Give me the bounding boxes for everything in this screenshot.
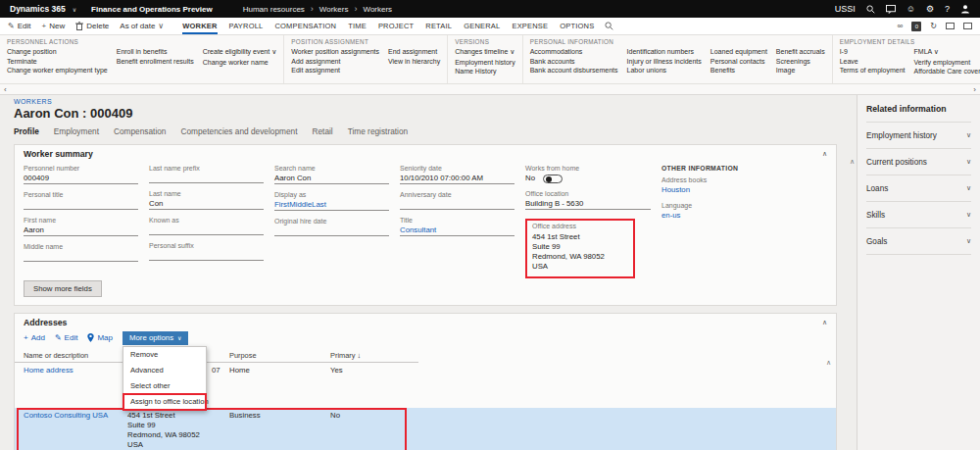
company-picker[interactable]: USSI xyxy=(835,4,856,14)
open-in-new-window-icon[interactable] xyxy=(946,23,955,29)
address-books-field[interactable]: Houston xyxy=(662,185,799,195)
delete-button[interactable]: Delete xyxy=(75,22,109,30)
edit-button[interactable]: ✎ Edit xyxy=(8,22,31,30)
first-name-field[interactable]: Aaron xyxy=(24,225,138,236)
language-field[interactable]: en-us xyxy=(662,211,799,221)
tab-compensation[interactable]: Compensation xyxy=(114,126,167,138)
add-address-button[interactable]: + Add xyxy=(24,333,45,342)
ribbon-item-benefit-accruals[interactable]: Benefit accruals xyxy=(776,48,825,55)
menu-tab-payroll[interactable]: PAYROLL xyxy=(229,19,264,34)
help-icon[interactable]: ? xyxy=(945,4,950,14)
breadcrumb-area[interactable]: Workers xyxy=(319,5,349,14)
related-item-skills[interactable]: Skills∨ xyxy=(866,202,971,228)
feedback-smiley-icon[interactable]: ☺ xyxy=(906,4,915,14)
ribbon-item-benefits[interactable]: Benefits xyxy=(710,67,767,74)
related-item-employment-history[interactable]: Employment history∨ xyxy=(866,123,971,149)
ribbon-item-fmla[interactable]: FMLA ∨ xyxy=(914,48,980,56)
full-screen-icon[interactable] xyxy=(963,23,972,29)
menu-tab-expense[interactable]: EXPENSE xyxy=(512,19,548,34)
works-from-home-toggle[interactable] xyxy=(543,175,563,183)
column-header-purpose[interactable]: Purpose xyxy=(229,351,330,360)
map-button[interactable]: Map xyxy=(87,333,113,342)
collapse-section-icon[interactable]: ∧ xyxy=(822,319,827,326)
last-name-field[interactable]: Con xyxy=(149,199,264,210)
ribbon-item-i9[interactable]: I-9 xyxy=(840,48,906,55)
ribbon-item-bank-account-disbursements[interactable]: Bank account disbursements xyxy=(530,67,618,74)
ribbon-item-verify-employment[interactable]: Verify employment xyxy=(914,59,980,66)
original-hire-date-field[interactable] xyxy=(274,226,389,236)
ribbon-item-add-assignment[interactable]: Add assignment xyxy=(291,58,379,65)
ribbon-item-change-worker-name[interactable]: Change worker name xyxy=(203,59,277,66)
edit-address-button[interactable]: ✎ Edit xyxy=(55,333,78,342)
ribbon-item-create-eligibility-event[interactable]: Create eligibility event ∨ xyxy=(203,48,277,56)
tab-retail[interactable]: Retail xyxy=(312,126,332,138)
search-icon[interactable] xyxy=(866,5,875,14)
ribbon-item-benefit-enrollment-results[interactable]: Benefit enrollment results xyxy=(117,58,194,65)
product-name[interactable]: Finance and Operations Preview xyxy=(91,5,213,14)
new-button[interactable]: + New xyxy=(42,22,66,30)
ribbon-item-change-position[interactable]: Change position xyxy=(7,48,108,55)
related-item-goals[interactable]: Goals∨ xyxy=(866,228,971,255)
menu-tab-project[interactable]: PROJECT xyxy=(378,19,414,34)
ribbon-item-personal-contacts[interactable]: Personal contacts xyxy=(710,58,767,65)
ribbon-item-enroll-in-benefits[interactable]: Enroll in benefits xyxy=(117,48,194,55)
menu-item-remove[interactable]: Remove xyxy=(123,347,206,363)
scroll-right-icon[interactable]: › xyxy=(973,85,976,94)
display-as-field[interactable]: FirstMiddleLast xyxy=(274,200,389,211)
tab-employment[interactable]: Employment xyxy=(54,126,99,138)
workers-list-link[interactable]: WORKERS xyxy=(14,98,845,105)
column-header-name[interactable]: Name or description xyxy=(24,351,127,360)
more-options-button[interactable]: More options ∨ xyxy=(122,331,188,345)
menu-tab-time[interactable]: TIME xyxy=(348,19,367,34)
copy-link-icon[interactable]: ∞ xyxy=(898,22,904,30)
menu-tab-worker[interactable]: WORKER xyxy=(182,19,217,34)
breadcrumb-page[interactable]: Workers xyxy=(363,5,392,14)
ribbon-item-screenings[interactable]: Screenings xyxy=(776,58,825,65)
menu-item-select-other[interactable]: Select other xyxy=(123,378,206,394)
ribbon-item-edit-assignment[interactable]: Edit assignment xyxy=(291,67,379,74)
column-header-primary[interactable]: Primary ↓ xyxy=(330,351,361,360)
ribbon-item-injury-or-illness-incidents[interactable]: Injury or illness incidents xyxy=(627,58,702,65)
ribbon-item-loaned-equipment[interactable]: Loaned equipment xyxy=(710,48,767,55)
attachments-count-badge[interactable]: 0 xyxy=(911,22,921,31)
personal-title-field[interactable] xyxy=(24,200,138,210)
ribbon-item-name-history[interactable]: Name History xyxy=(455,68,514,75)
ribbon-item-affordable-care-coverage[interactable]: Affordable Care coverage xyxy=(914,68,980,75)
ribbon-item-labor-unions[interactable]: Labor unions xyxy=(627,67,702,74)
ribbon-item-leave[interactable]: Leave xyxy=(840,58,906,65)
ribbon-item-change-worker-employment-type[interactable]: Change worker employment type xyxy=(7,67,108,74)
ribbon-item-terminate[interactable]: Terminate xyxy=(7,58,108,65)
ribbon-item-terms-of-employment[interactable]: Terms of employment xyxy=(840,67,906,74)
menu-tab-general[interactable]: GENERAL xyxy=(464,19,500,34)
known-as-field[interactable] xyxy=(149,225,264,235)
address-name-link[interactable]: Home address xyxy=(24,366,74,375)
office-location-field[interactable]: Building B - 5630 xyxy=(525,199,651,210)
menu-item-assign-to-office-location[interactable]: Assign to office location xyxy=(123,394,206,410)
address-row-contoso-selected[interactable]: Contoso Consulting USA 454 1st Street Su… xyxy=(15,408,836,450)
ribbon-item-image[interactable]: Image xyxy=(776,67,825,74)
related-item-current-positions[interactable]: Current positions∨ xyxy=(866,149,971,175)
breadcrumb-module[interactable]: Human resources xyxy=(243,5,305,14)
account-icon[interactable] xyxy=(960,4,970,14)
chat-icon[interactable] xyxy=(886,5,896,14)
menu-tab-compensation[interactable]: COMPENSATION xyxy=(274,19,336,34)
middle-name-field[interactable] xyxy=(24,252,138,262)
as-of-date-button[interactable]: As of date ∨ xyxy=(120,22,164,30)
seniority-date-field[interactable]: 10/10/2010 07:00:00 AM xyxy=(400,174,514,184)
ribbon-item-end-assignment[interactable]: End assignment xyxy=(388,48,440,55)
last-name-prefix-field[interactable] xyxy=(149,174,264,183)
ribbon-item-accommodations[interactable]: Accommodations xyxy=(530,48,618,55)
show-more-fields-button[interactable]: Show more fields xyxy=(24,280,102,297)
anniversary-date-field[interactable] xyxy=(400,200,514,210)
ribbon-item-worker-position-assignments[interactable]: Worker position assignments xyxy=(291,48,379,55)
ribbon-item-changes-timeline[interactable]: Changes timeline ∨ xyxy=(455,48,514,56)
settings-gear-icon[interactable]: ⚙ xyxy=(926,4,934,14)
ribbon-item-view-in-hierarchy[interactable]: View in hierarchy xyxy=(388,58,440,65)
tab-time-registration[interactable]: Time registration xyxy=(348,126,408,138)
address-name-link[interactable]: Contoso Consulting USA xyxy=(24,411,108,420)
collapse-section-icon[interactable]: ∧ xyxy=(822,150,827,158)
app-launcher[interactable]: Dynamics 365 xyxy=(10,4,66,14)
command-search-icon[interactable] xyxy=(605,22,613,30)
personal-suffix-field[interactable] xyxy=(149,251,264,261)
tab-profile[interactable]: Profile xyxy=(14,126,39,138)
